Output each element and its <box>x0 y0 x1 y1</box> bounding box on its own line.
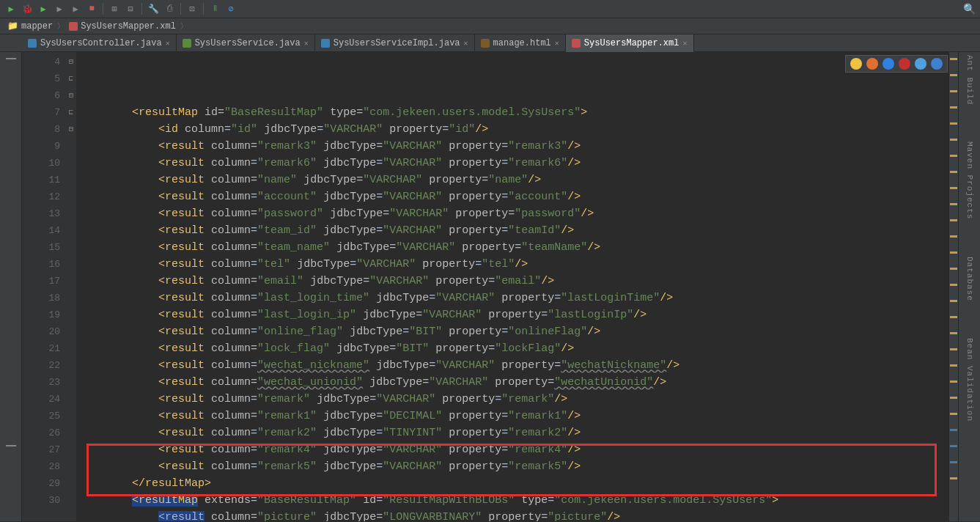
code-area[interactable]: <resultMap id="BaseResultMap" type="com.… <box>76 52 949 521</box>
code-line[interactable]: <result column="remark2" jdbcType="TINYI… <box>79 424 949 441</box>
line-number: 14 <box>22 222 60 239</box>
code-line[interactable]: <result column="remark6" jdbcType="VARCH… <box>79 155 949 172</box>
left-tool-strip[interactable] <box>0 52 22 521</box>
error-marker[interactable] <box>950 348 957 350</box>
error-marker[interactable] <box>950 316 957 318</box>
run3-icon[interactable]: ▶ <box>53 2 66 15</box>
debug-icon[interactable]: 🐞 <box>21 2 34 15</box>
close-icon[interactable]: ✕ <box>304 39 309 48</box>
file-icon <box>321 39 330 48</box>
error-marker[interactable] <box>950 445 957 447</box>
code-line[interactable]: <result column="last_login_time" jdbcTyp… <box>79 290 949 306</box>
code-line[interactable]: </resultMap> <box>79 475 949 492</box>
tool1-icon[interactable]: ⊞ <box>108 2 121 15</box>
disable-icon[interactable]: ⊘ <box>224 2 237 15</box>
error-marker[interactable] <box>950 74 957 76</box>
tab-sysusersmapper-xml[interactable]: SysUsersMapper.xml✕ <box>566 34 694 52</box>
close-icon[interactable]: ✕ <box>555 39 559 48</box>
error-marker[interactable] <box>950 413 957 415</box>
code-line[interactable]: <result column="remark3" jdbcType="VARCH… <box>79 138 949 155</box>
browser-icon-0[interactable] <box>850 58 862 70</box>
code-line[interactable]: <resultMap extends="BaseResultMap" id="R… <box>79 492 949 509</box>
code-line[interactable]: <resultMap id="BaseResultMap" type="com.… <box>79 104 949 121</box>
close-icon[interactable]: ✕ <box>464 39 468 48</box>
code-line[interactable]: <result column="lock_flag" jdbcType="BIT… <box>79 340 949 357</box>
fold-marker[interactable]: ⊏ <box>66 104 76 121</box>
chart-icon[interactable]: ⫴ <box>208 2 221 15</box>
error-marker[interactable] <box>950 58 957 60</box>
error-marker[interactable] <box>950 187 957 189</box>
error-marker[interactable] <box>950 219 957 221</box>
error-marker[interactable] <box>950 284 957 286</box>
file-icon <box>183 39 191 48</box>
error-marker[interactable] <box>950 268 957 270</box>
tool4-icon[interactable]: ⊡ <box>185 2 199 15</box>
browser-icon-5[interactable] <box>931 58 943 70</box>
run-icon[interactable]: ▶ <box>4 2 18 15</box>
code-line[interactable]: <result column="remark4" jdbcType="VARCH… <box>79 441 949 458</box>
browser-icon-3[interactable] <box>899 58 910 70</box>
fold-marker[interactable]: ⊏ <box>66 70 76 87</box>
tab-sysusersserviceimpl-java[interactable]: SysUsersServiceImpl.java✕ <box>315 34 475 52</box>
error-marker[interactable] <box>950 477 957 479</box>
fold-strip[interactable]: ⊟⊏⊟⊏⊟ <box>66 52 76 521</box>
tab-sysuserscontroller-java[interactable]: SysUsersController.java✕ <box>22 34 177 52</box>
search-icon[interactable]: 🔍 <box>963 3 976 15</box>
breadcrumb-file[interactable]: SysUsersMapper.xml <box>66 21 179 32</box>
tool-bean-validation[interactable]: Bean Validation <box>965 338 974 422</box>
code-line[interactable]: <result column="email" jdbcType="VARCHAR… <box>79 273 949 290</box>
error-marker[interactable] <box>950 90 957 92</box>
tool-database[interactable]: Database <box>965 257 974 301</box>
error-marker[interactable] <box>950 381 957 383</box>
code-line[interactable]: <id column="id" jdbcType="VARCHAR" prope… <box>79 121 949 138</box>
stop-icon[interactable]: ■ <box>85 2 98 15</box>
code-line[interactable]: <result column="account" jdbcType="VARCH… <box>79 188 949 205</box>
tab-manage-html[interactable]: manage.html✕ <box>475 34 566 52</box>
code-line[interactable]: <result column="remark" jdbcType="VARCHA… <box>79 391 949 408</box>
error-marker[interactable] <box>950 461 957 463</box>
tool2-icon[interactable]: ⊟ <box>124 2 137 15</box>
browser-icon-1[interactable] <box>866 58 878 70</box>
code-line[interactable]: <result column="tel" jdbcType="VARCHAR" … <box>79 256 949 273</box>
code-line[interactable]: <result column="picture" jdbcType="LONGV… <box>79 509 949 521</box>
browser-icon-2[interactable] <box>883 58 894 70</box>
code-line[interactable]: <result column="remark1" jdbcType="DECIM… <box>79 408 949 424</box>
error-marker[interactable] <box>950 155 957 157</box>
error-marker[interactable] <box>950 235 957 238</box>
fold-marker[interactable]: ⊟ <box>66 87 76 104</box>
error-marker[interactable] <box>950 106 957 109</box>
error-marker[interactable] <box>950 332 957 334</box>
tool-maven-projects[interactable]: Maven Projects <box>965 141 974 219</box>
error-marker[interactable] <box>950 139 957 141</box>
error-marker[interactable] <box>950 203 957 205</box>
code-line[interactable]: <result column="name" jdbcType="VARCHAR"… <box>79 172 949 188</box>
close-icon[interactable]: ✕ <box>166 39 170 48</box>
breadcrumb-folder[interactable]: 📁 mapper <box>4 21 56 32</box>
fold-marker[interactable]: ⊟ <box>66 54 76 70</box>
error-marker[interactable] <box>950 171 957 173</box>
error-marker[interactable] <box>950 251 957 254</box>
code-line[interactable]: <result column="team_name" jdbcType="VAR… <box>79 239 949 256</box>
code-line[interactable]: <result column="online_flag" jdbcType="B… <box>79 323 949 340</box>
code-line[interactable]: <result column="remark5" jdbcType="VARCH… <box>79 458 949 475</box>
code-line[interactable]: <result column="team_id" jdbcType="VARCH… <box>79 222 949 239</box>
fold-marker[interactable]: ⊟ <box>66 121 76 138</box>
error-marker[interactable] <box>950 429 957 431</box>
error-marker[interactable] <box>950 122 957 125</box>
error-marker[interactable] <box>950 397 957 399</box>
browser-icon-4[interactable] <box>915 58 926 70</box>
wrench-icon[interactable]: 🔧 <box>147 2 160 15</box>
code-line[interactable]: <result column="wechat_nickname" jdbcTyp… <box>79 357 949 374</box>
error-marker[interactable] <box>950 300 957 302</box>
error-strip[interactable] <box>949 52 958 521</box>
tool3-icon[interactable]: ⎙ <box>163 2 176 15</box>
run2-icon[interactable]: ▶ <box>37 2 50 15</box>
run4-icon[interactable]: ▶ <box>69 2 82 15</box>
code-line[interactable]: <result column="password" jdbcType="VARC… <box>79 205 949 222</box>
error-marker[interactable] <box>950 364 957 367</box>
tool-ant-build[interactable]: Ant Build <box>965 55 974 105</box>
close-icon[interactable]: ✕ <box>682 39 687 48</box>
code-line[interactable]: <result column="wechat_unionid" jdbcType… <box>79 374 949 391</box>
code-line[interactable]: <result column="last_login_ip" jdbcType=… <box>79 306 949 323</box>
tab-sysusersservice-java[interactable]: SysUsersService.java✕ <box>177 34 315 52</box>
